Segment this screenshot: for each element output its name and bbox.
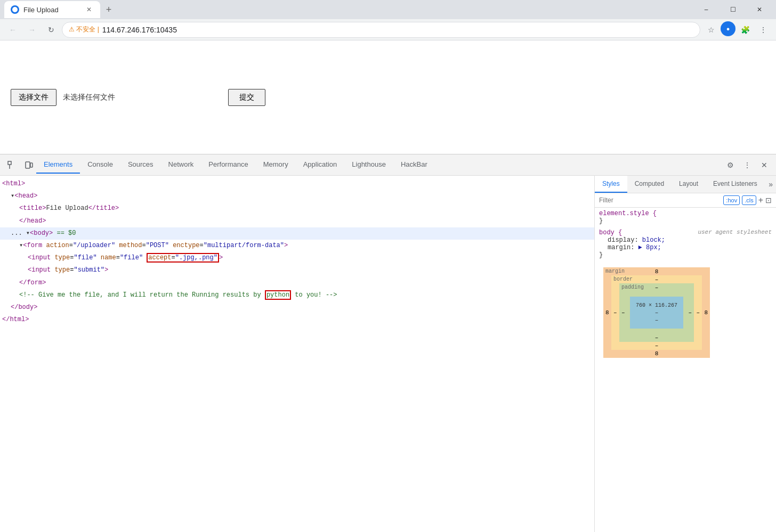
dom-line-input-file[interactable]: <input type="file" name="file" accept=".… xyxy=(0,252,594,264)
border-right-value: – xyxy=(696,309,700,316)
devtools-tabs: Elements Console Sources Network Perform… xyxy=(36,156,723,174)
close-button[interactable]: ✕ xyxy=(747,1,772,18)
dom-line-form[interactable]: ▾<form action="/uploader" method="POST" … xyxy=(0,240,594,252)
browser-tab[interactable]: File Upload ✕ xyxy=(4,1,100,18)
title-bar: File Upload ✕ + – ☐ ✕ xyxy=(0,0,776,19)
margin-label: margin xyxy=(605,268,625,274)
border-label: border xyxy=(613,276,633,282)
dom-line-input-submit[interactable]: <input type="submit"> xyxy=(0,264,594,276)
svg-rect-0 xyxy=(8,161,11,165)
box-model-container: margin 8 8 8 8 border – – – – xyxy=(599,263,772,362)
page-content: 选择文件 未选择任何文件 提交 xyxy=(0,40,776,154)
content-dash-top: – xyxy=(655,309,659,316)
body-selector: body { xyxy=(599,229,622,236)
window-controls: – ☐ ✕ xyxy=(694,1,772,18)
file-label: 未选择任何文件 xyxy=(63,93,115,102)
border-bottom-value: – xyxy=(655,342,659,349)
filter-bar: :hov .cls + ⊡ xyxy=(595,193,776,208)
tab-performance[interactable]: Performance xyxy=(201,156,255,174)
filter-collapse-button[interactable]: ⊡ xyxy=(765,196,772,204)
device-toolbar-icon[interactable] xyxy=(21,158,36,173)
submit-button[interactable]: 提交 xyxy=(228,89,265,106)
dom-line-head-close[interactable]: </head> xyxy=(0,215,594,227)
profile-button[interactable]: ● xyxy=(721,21,735,36)
page-body: 选择文件 未选择任何文件 提交 xyxy=(0,40,776,154)
box-border: border – – – – padding – – – xyxy=(611,275,702,350)
tab-bar: File Upload ✕ + xyxy=(4,1,692,18)
url-text: 114.67.246.176:10435 xyxy=(102,26,693,34)
tab-application[interactable]: Application xyxy=(296,156,345,174)
tab-sources[interactable]: Sources xyxy=(120,156,161,174)
dom-line-head[interactable]: ▾<head> xyxy=(0,190,594,202)
devtools-toolbar: Elements Console Sources Network Perform… xyxy=(0,154,776,176)
tab-styles[interactable]: Styles xyxy=(595,176,627,193)
dom-line-body-close[interactable]: </body> xyxy=(0,301,594,314)
dom-line-html[interactable]: <html> xyxy=(0,178,594,190)
margin-right-value: 8 xyxy=(704,309,708,316)
devtools-icons-left xyxy=(4,158,36,173)
dom-line-body[interactable]: ... ▾<body> == $0 xyxy=(0,227,594,240)
tab-elements[interactable]: Elements xyxy=(36,156,80,174)
filter-add-button[interactable]: + xyxy=(758,195,763,205)
minimize-button[interactable]: – xyxy=(694,1,718,18)
border-left-value: – xyxy=(613,309,617,316)
devtools-main: <html> ▾<head> <title>File Upload</title… xyxy=(0,176,776,532)
new-tab-button[interactable]: + xyxy=(101,2,116,17)
tab-close-button[interactable]: ✕ xyxy=(84,5,94,14)
navigation-bar: ← → ↻ ⚠ 不安全 | 114.67.246.176:10435 ☆ ● 🧩… xyxy=(0,19,776,40)
devtools-close-icon[interactable]: ✕ xyxy=(757,158,772,173)
filter-hov-button[interactable]: :hov xyxy=(723,195,740,205)
inspect-element-icon[interactable] xyxy=(4,158,19,173)
filter-cls-button[interactable]: .cls xyxy=(742,195,756,205)
tab-network[interactable]: Network xyxy=(161,156,201,174)
border-top-value: – xyxy=(655,276,659,283)
extensions-button[interactable]: 🧩 xyxy=(737,21,754,38)
dom-line-title[interactable]: <title>File Upload</title> xyxy=(0,202,594,215)
address-bar[interactable]: ⚠ 不安全 | 114.67.246.176:10435 xyxy=(62,22,700,38)
security-warning: ⚠ 不安全 | xyxy=(69,25,99,34)
padding-right-value: – xyxy=(688,309,692,316)
tab-hackbar[interactable]: HackBar xyxy=(393,156,435,174)
dom-line-html-close[interactable]: </html> xyxy=(0,314,594,326)
maximize-button[interactable]: ☐ xyxy=(721,1,745,18)
padding-label: padding xyxy=(621,284,644,290)
tab-console[interactable]: Console xyxy=(80,156,120,174)
tab-lighthouse[interactable]: Lighthouse xyxy=(344,156,393,174)
margin-bottom-value: 8 xyxy=(655,350,659,357)
box-content: 760 × 116.267 – – xyxy=(630,297,683,329)
dom-line-comment[interactable]: <!-- Give me the file, and I will return… xyxy=(0,289,594,301)
nav-actions: ☆ ● 🧩 ⋮ xyxy=(702,21,772,38)
dom-line-form-close[interactable]: </form> xyxy=(0,277,594,289)
margin-left-value: 8 xyxy=(605,309,609,316)
reload-button[interactable]: ↻ xyxy=(43,21,60,38)
styles-content: element.style { } body { user agent styl… xyxy=(595,208,776,532)
browser-window: File Upload ✕ + – ☐ ✕ ← → ↻ ⚠ 不安全 | 114.… xyxy=(0,0,776,532)
styles-panel-tabs: Styles Computed Layout Event Listeners » xyxy=(595,176,776,193)
forward-button[interactable]: → xyxy=(23,21,41,38)
tab-layout[interactable]: Layout xyxy=(672,176,706,193)
choose-file-button[interactable]: 选择文件 xyxy=(11,89,56,106)
tab-memory[interactable]: Memory xyxy=(256,156,296,174)
devtools-panel: Elements Console Sources Network Perform… xyxy=(0,154,776,532)
content-size: 760 × 116.267 xyxy=(636,302,677,308)
styles-tab-more[interactable]: » xyxy=(765,176,776,193)
tab-computed[interactable]: Computed xyxy=(627,176,672,193)
devtools-more-icon[interactable]: ⋮ xyxy=(740,158,755,173)
tab-favicon xyxy=(11,5,19,14)
box-margin: margin 8 8 8 8 border – – – – xyxy=(603,267,710,358)
styles-panel: Styles Computed Layout Event Listeners »… xyxy=(595,176,776,532)
svg-rect-2 xyxy=(26,162,30,168)
tab-event-listeners[interactable]: Event Listeners xyxy=(706,176,765,193)
devtools-settings-icon[interactable]: ⚙ xyxy=(723,158,738,173)
elements-panel: <html> ▾<head> <title>File Upload</title… xyxy=(0,176,595,532)
svg-rect-3 xyxy=(30,163,33,167)
menu-button[interactable]: ⋮ xyxy=(755,21,772,38)
display-property: display: block; xyxy=(599,236,772,244)
back-button[interactable]: ← xyxy=(4,21,21,38)
element-style-rule: element.style { } xyxy=(599,210,772,225)
bookmarks-button[interactable]: ☆ xyxy=(702,21,720,38)
style-source-label: user agent stylesheet xyxy=(698,229,772,235)
padding-left-value: – xyxy=(621,309,625,316)
element-style-selector: element.style { xyxy=(599,210,657,217)
filter-input[interactable] xyxy=(599,197,721,204)
